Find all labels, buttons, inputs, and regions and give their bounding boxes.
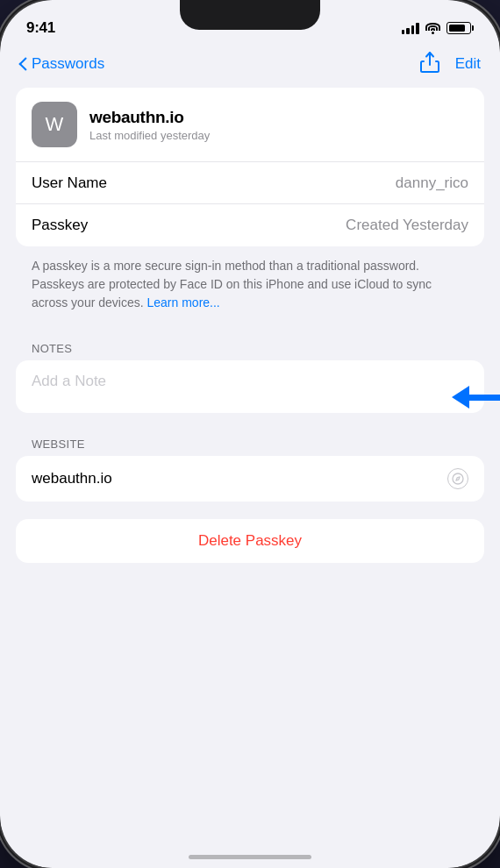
arrow-head-left [452, 386, 469, 409]
share-icon [420, 51, 439, 74]
username-value: danny_rico [396, 174, 468, 192]
back-label: Passwords [32, 55, 104, 73]
signal-bar-4 [416, 23, 419, 34]
battery-tip [472, 25, 475, 31]
description-text: A passkey is a more secure sign-in metho… [32, 257, 468, 324]
site-card: W webauthn.io Last modified yesterday Us… [16, 88, 484, 246]
battery-icon [446, 22, 475, 34]
nav-actions: Edit [420, 51, 481, 77]
phone-frame: 9:41 [0, 0, 500, 868]
chevron-left-icon [19, 57, 28, 71]
website-row: webauthn.io [16, 456, 484, 502]
learn-more-link[interactable]: Learn more... [147, 295, 220, 309]
description-card: A passkey is a more secure sign-in metho… [16, 257, 484, 324]
signal-icon [402, 22, 419, 34]
notes-card[interactable]: Add a Note [16, 360, 484, 413]
arrow-indicator [452, 386, 500, 409]
svg-point-1 [457, 478, 458, 479]
site-info: webauthn.io Last modified yesterday [89, 108, 210, 142]
status-icons [402, 22, 475, 34]
battery-body [446, 22, 471, 34]
username-label: User Name [32, 174, 107, 192]
passkey-label: Passkey [32, 217, 88, 234]
screen: 9:41 [0, 0, 500, 868]
compass-icon[interactable] [447, 468, 468, 489]
username-row: User Name danny_rico [16, 162, 484, 204]
notes-section-label: NOTES [16, 335, 484, 360]
delete-passkey-button[interactable]: Delete Passkey [16, 519, 484, 563]
status-time: 9:41 [26, 19, 55, 37]
passkey-value: Created Yesterday [346, 217, 468, 234]
notes-placeholder: Add a Note [32, 373, 106, 389]
website-card: webauthn.io [16, 456, 484, 502]
description-body: A passkey is a more secure sign-in metho… [32, 259, 432, 309]
arrow-line [469, 395, 500, 401]
delete-card: Delete Passkey [16, 519, 484, 563]
notch [180, 0, 320, 30]
content-area: W webauthn.io Last modified yesterday Us… [0, 88, 500, 589]
notes-section-wrapper: NOTES Add a Note [16, 335, 484, 413]
signal-bar-2 [406, 28, 410, 34]
site-avatar: W [32, 102, 77, 147]
website-section-label: WEBSITE [16, 430, 484, 456]
passkey-row: Passkey Created Yesterday [16, 204, 484, 246]
site-name: webauthn.io [89, 108, 210, 127]
battery-fill [449, 25, 466, 32]
wifi-icon [425, 23, 440, 34]
signal-bar-3 [411, 25, 415, 34]
signal-bar-1 [402, 30, 405, 34]
site-header: W webauthn.io Last modified yesterday [16, 88, 484, 162]
edit-button[interactable]: Edit [455, 55, 481, 73]
website-section: WEBSITE webauthn.io [16, 430, 484, 502]
wifi-dot [432, 32, 434, 34]
share-button[interactable] [420, 51, 439, 77]
nav-bar: Passwords Edit [0, 44, 500, 88]
website-value: webauthn.io [32, 470, 112, 487]
wifi-arc-inner [431, 28, 435, 31]
site-modified: Last modified yesterday [89, 129, 210, 142]
home-indicator [189, 855, 311, 859]
back-button[interactable]: Passwords [19, 55, 104, 73]
